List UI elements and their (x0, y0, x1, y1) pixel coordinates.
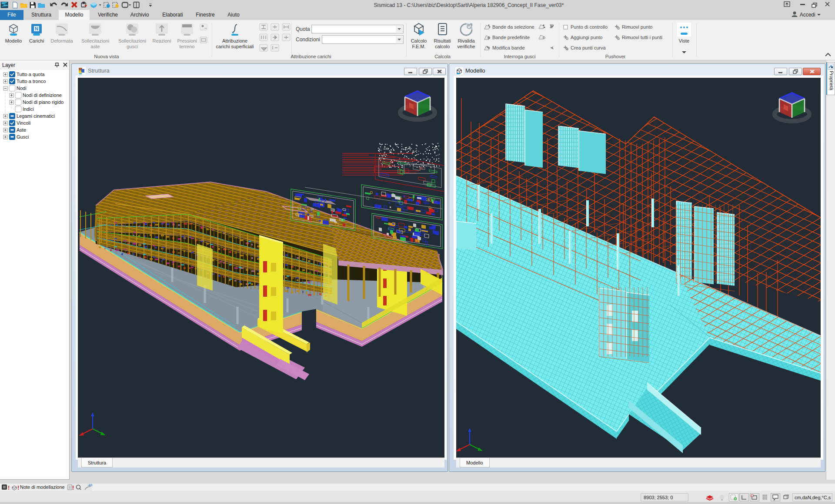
svg-text:!: ! (8, 484, 10, 491)
svg-text:!: ! (72, 484, 74, 491)
svg-text:!: ! (17, 484, 19, 491)
svg-text:N: N (35, 26, 38, 31)
svg-text:AB: AB (88, 484, 93, 487)
